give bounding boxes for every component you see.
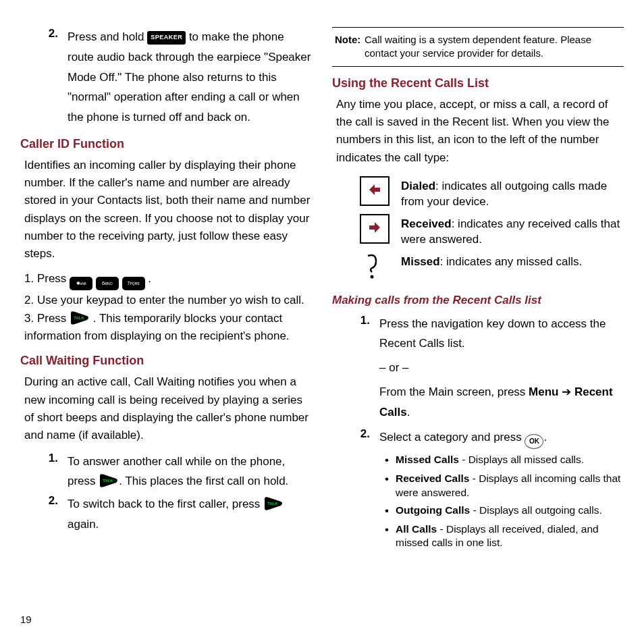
cid-step-2: 2. Use your keypad to enter the number y… <box>20 292 312 309</box>
dialed-icon <box>360 176 390 206</box>
step-number: 1. <box>347 314 379 327</box>
text: Select a category and press <box>379 431 525 444</box>
call-waiting-heading: Call Waiting Function <box>20 354 312 368</box>
missed-label: Missed <box>401 255 440 268</box>
cat-received: • Received Calls - Displays all incoming… <box>385 472 624 499</box>
menu-label: Menu <box>529 385 558 398</box>
page: 2. Press and hold SPEAKER to make the ph… <box>0 0 644 644</box>
cat-all: • All Calls - Displays all received, dia… <box>385 522 624 549</box>
speaker-step-2: 2. Press and hold SPEAKER to make the ph… <box>20 27 312 128</box>
caller-id-body: Identifies an incoming caller by display… <box>20 157 312 263</box>
cw-step-1: 1. To answer another call while on the p… <box>20 452 312 492</box>
step-body: Press and hold SPEAKER to make the phone… <box>68 27 312 128</box>
text: 3. Press <box>24 312 70 325</box>
caller-id-heading: Caller ID Function <box>20 137 312 151</box>
bullet-icon: • <box>385 472 396 487</box>
label: Outgoing Calls <box>396 504 470 516</box>
text: - Displays all outgoing calls. <box>470 504 602 516</box>
step-body: To answer another call while on the phon… <box>68 452 312 492</box>
step-number: 1. <box>35 452 68 465</box>
six-key-icon: 6MNO <box>96 277 119 290</box>
star-key-icon: ✱shift <box>70 277 92 290</box>
svg-point-3 <box>371 275 374 278</box>
bullet-icon: • <box>385 522 396 537</box>
text: - Displays all missed calls. <box>459 454 584 465</box>
talk-key-icon: TALK <box>263 496 284 511</box>
ok-key-icon: OK <box>525 434 543 449</box>
making-calls-heading: Making calls from the Recent Calls list <box>332 294 624 307</box>
making-step-1: 1. Press the navigation key down to acce… <box>332 314 624 423</box>
speaker-key-icon: SPEAKER <box>147 31 186 45</box>
bullet-icon: • <box>385 453 396 468</box>
call-waiting-body: During an active call, Call Waiting noti… <box>20 373 312 444</box>
dialed-label: Dialed <box>401 180 435 192</box>
making-step-2: 2. Select a category and press OK. <box>332 427 624 449</box>
missed-row: Missed: indicates any missed calls. <box>359 252 624 281</box>
label: Received Calls <box>396 473 469 484</box>
talk-key-icon: TALK <box>70 311 90 325</box>
svg-text:TALK: TALK <box>74 316 84 320</box>
or-divider: – or – <box>379 358 624 378</box>
text: . <box>543 431 547 444</box>
arrow-icon: ➔ <box>558 385 574 398</box>
left-column: 2. Press and hold SPEAKER to make the ph… <box>20 27 312 637</box>
cat-outgoing: • Outgoing Calls - Displays all outgoing… <box>385 504 624 518</box>
label: Missed Calls <box>396 454 459 465</box>
step-body: Press the navigation key down to access … <box>379 314 624 423</box>
received-icon <box>360 214 390 244</box>
right-column: Note: Call waiting is a system dependent… <box>332 27 624 637</box>
step-number: 2. <box>35 494 68 508</box>
note-body: Call waiting is a system dependent featu… <box>365 33 621 61</box>
text: Press the navigation key down to access … <box>379 314 624 354</box>
text: Press and hold <box>68 30 147 43</box>
step-body: Select a category and press OK. <box>379 427 624 449</box>
text: To switch back to the first caller, pres… <box>68 498 263 510</box>
received-row: Received: indicates any received calls t… <box>359 214 624 248</box>
cw-step-2: 2. To switch back to the first caller, p… <box>20 494 312 535</box>
svg-text:TALK: TALK <box>103 479 114 483</box>
text: again. <box>68 518 99 531</box>
text: From the Main screen, press Menu ➔ Recen… <box>379 382 624 423</box>
note-box: Note: Call waiting is a system dependent… <box>332 27 624 67</box>
recent-heading: Using the Recent Calls List <box>332 76 624 90</box>
cat-missed: • Missed Calls - Displays all missed cal… <box>385 453 624 468</box>
step-number: 2. <box>35 27 68 41</box>
text: : indicates any missed calls. <box>440 255 583 268</box>
dialed-row: Dialed: indicates all outgoing calls mad… <box>359 176 624 210</box>
talk-key-icon: TALK <box>99 473 119 488</box>
cid-step-1: 1. Press ✱shift 6MNO 7PQRS . <box>20 270 312 290</box>
step-body: To switch back to the first caller, pres… <box>68 494 312 535</box>
text: to make the phone route audio back throu… <box>68 30 311 124</box>
cid-step-3: 3. Press TALK . This temporarily blocks … <box>20 310 312 344</box>
step-number: 2. <box>347 427 379 441</box>
note-label: Note: <box>335 34 360 45</box>
svg-text:TALK: TALK <box>267 502 278 506</box>
label: All Calls <box>396 523 437 535</box>
text: 1. Press <box>24 272 70 285</box>
seven-key-icon: 7PQRS <box>122 277 145 290</box>
text: . <box>148 272 151 285</box>
received-label: Received <box>401 217 452 230</box>
bullet-icon: • <box>385 504 396 518</box>
page-number: 19 <box>20 614 32 625</box>
missed-icon <box>359 252 390 281</box>
text: . This places the first call on hold. <box>119 475 288 487</box>
recent-body: Any time you place, accept, or miss a ca… <box>332 96 624 167</box>
